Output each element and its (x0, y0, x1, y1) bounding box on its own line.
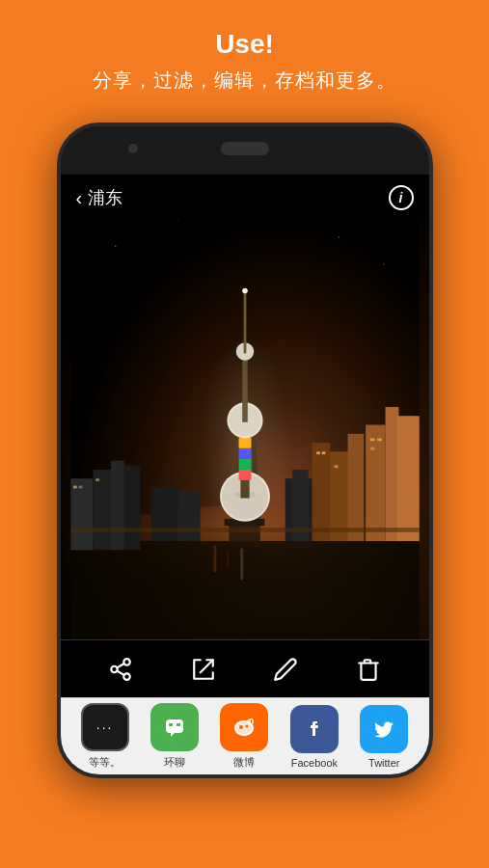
skyline-svg (61, 175, 429, 639)
edit-icon (273, 657, 298, 682)
svg-rect-47 (150, 487, 177, 541)
svg-rect-8 (347, 434, 364, 541)
svg-point-69 (239, 725, 243, 729)
svg-rect-22 (73, 486, 77, 489)
facebook-label: Facebook (291, 757, 338, 769)
svg-rect-5 (240, 548, 243, 579)
phone-frame: ‹ 浦东 i (57, 122, 433, 778)
twitter-label: Twitter (368, 757, 399, 769)
svg-point-70 (246, 725, 249, 728)
svg-rect-9 (366, 425, 385, 542)
svg-rect-15 (369, 438, 374, 441)
hangout-label: 环聊 (164, 755, 185, 770)
svg-rect-10 (385, 407, 398, 541)
app-facebook[interactable]: Facebook (281, 705, 348, 769)
svg-rect-14 (334, 465, 338, 468)
svg-rect-6 (312, 443, 330, 541)
phone-camera (128, 144, 138, 153)
screen-header: ‹ 浦东 i (61, 175, 429, 221)
svg-rect-17 (369, 448, 374, 450)
apps-row: ··· 等等。 (61, 697, 429, 774)
main-title: Use! (215, 29, 274, 60)
svg-line-60 (118, 664, 124, 667)
svg-rect-13 (321, 451, 325, 454)
hangout-app-icon (150, 703, 199, 751)
svg-rect-51 (70, 528, 420, 532)
facebook-icon-svg (299, 714, 330, 745)
svg-point-46 (200, 336, 289, 550)
svg-rect-23 (78, 486, 82, 489)
city-background (61, 175, 429, 639)
svg-rect-12 (316, 451, 320, 454)
app-twitter[interactable]: Twitter (350, 705, 418, 769)
weibo-icon-svg (229, 712, 259, 743)
svg-rect-64 (169, 723, 173, 726)
toolbar-row (61, 639, 429, 697)
app-weibo[interactable]: 微博 (210, 703, 278, 770)
city-photo (61, 175, 429, 639)
info-icon: i (399, 190, 403, 205)
hangout-icon-svg (159, 712, 190, 743)
svg-rect-18 (70, 478, 93, 550)
svg-rect-3 (213, 546, 216, 573)
back-button[interactable]: ‹ 浦东 (76, 186, 123, 209)
svg-rect-11 (396, 416, 419, 541)
svg-rect-16 (377, 438, 382, 441)
import-button[interactable] (182, 648, 225, 691)
share-icon (108, 657, 133, 682)
twitter-icon-svg (368, 714, 399, 745)
main-subtitle: 分享，过滤，编辑，存档和更多。 (93, 68, 396, 94)
svg-point-54 (338, 236, 340, 238)
info-button[interactable]: i (389, 185, 414, 210)
delete-button[interactable] (347, 648, 390, 691)
svg-point-45 (242, 288, 248, 294)
svg-rect-24 (95, 478, 99, 481)
svg-rect-48 (177, 492, 200, 541)
app-hangout[interactable]: 环聊 (141, 703, 208, 770)
svg-rect-2 (70, 541, 420, 639)
import-icon (191, 657, 216, 682)
location-title: 浦东 (88, 186, 122, 209)
twitter-app-icon (360, 705, 408, 753)
phone-top-bar (61, 126, 429, 175)
svg-rect-21 (123, 465, 140, 550)
svg-rect-20 (110, 461, 123, 551)
svg-line-59 (118, 670, 124, 674)
more-app-icon: ··· (81, 703, 129, 751)
svg-rect-19 (93, 470, 111, 550)
weibo-app-icon (220, 703, 268, 751)
top-section: Use! 分享，过滤，编辑，存档和更多。 (0, 0, 489, 113)
phone-mockup: ‹ 浦东 i (57, 122, 433, 778)
svg-point-52 (114, 245, 116, 247)
facebook-app-icon (290, 705, 339, 753)
more-label: 等等。 (89, 755, 121, 770)
more-symbol: ··· (96, 719, 114, 735)
share-button[interactable] (99, 648, 142, 691)
screen-content: ‹ 浦东 i (61, 175, 429, 774)
svg-rect-4 (227, 550, 229, 568)
svg-point-55 (382, 263, 384, 265)
back-chevron-icon: ‹ (76, 187, 83, 209)
svg-rect-62 (166, 719, 183, 733)
weibo-label: 微博 (233, 755, 255, 770)
delete-icon (356, 657, 381, 682)
app-more[interactable]: ··· 等等。 (71, 703, 139, 770)
edit-button[interactable] (264, 648, 307, 691)
svg-rect-65 (177, 723, 180, 726)
phone-speaker (221, 142, 269, 155)
